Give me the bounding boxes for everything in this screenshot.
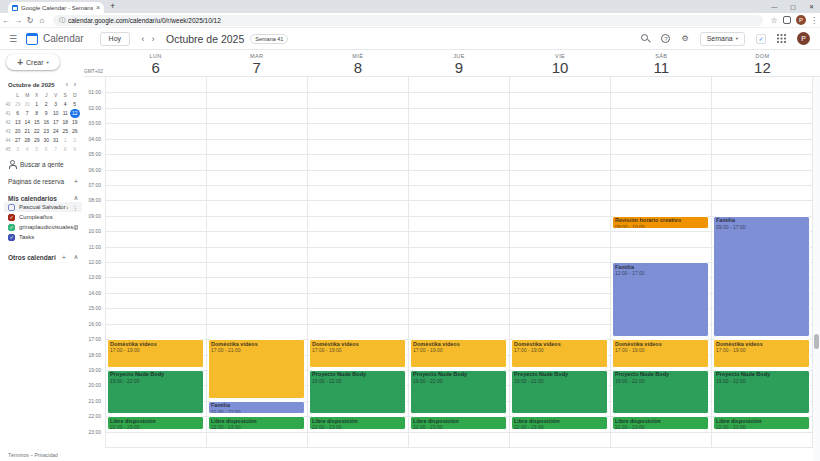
calendar-checkbox[interactable]: ✓	[8, 224, 15, 231]
calendar-checkbox[interactable]: ✓	[8, 214, 15, 221]
mini-day[interactable]: 14	[23, 118, 33, 127]
next-week-icon[interactable]: ›	[148, 34, 158, 44]
mini-day[interactable]: 13	[13, 118, 23, 127]
collapse-other-calendars-icon[interactable]: ∧	[72, 253, 80, 261]
event[interactable]: Libre disposición22:00 - 23:00	[612, 416, 709, 429]
day-column[interactable]: Família09:00 - 17:00Domèstika vídeos17:0…	[711, 77, 812, 447]
mini-day[interactable]: 24	[51, 127, 61, 136]
calendar-tasks-switcher-icon[interactable]: ✓	[756, 34, 766, 44]
extensions-icon[interactable]	[783, 16, 791, 24]
page-info-icon[interactable]: ⓘ	[59, 16, 65, 25]
calendar-list-item[interactable]: Pascual Salvador Alda⋮	[4, 202, 82, 212]
add-booking-page-icon[interactable]: +	[72, 178, 80, 185]
mini-day[interactable]: 3	[13, 145, 23, 154]
day-number[interactable]: 12	[712, 59, 813, 76]
add-other-calendar-icon[interactable]: +	[60, 254, 68, 261]
collapse-my-calendars-icon[interactable]: ∧	[72, 194, 80, 202]
event[interactable]: Libre disposición22:00 - 23:00	[410, 416, 507, 429]
address-bar[interactable]: ⓘ calendar.google.com/calendar/u/0/r/wee…	[53, 15, 763, 26]
event[interactable]: Libre disposición22:00 - 23:00	[309, 416, 406, 429]
mini-day[interactable]: 5	[70, 100, 80, 109]
main-menu-icon[interactable]: ☰	[0, 34, 26, 44]
bookmark-star-icon[interactable]: ☆	[768, 16, 780, 25]
google-apps-grid-icon[interactable]	[777, 34, 786, 43]
home-icon[interactable]: ⌂	[36, 16, 48, 25]
mini-day[interactable]: 17	[51, 118, 61, 127]
mini-day[interactable]: 31	[51, 136, 61, 145]
event[interactable]: Domèstika vídeos17:00 - 19:00	[713, 339, 810, 368]
day-column[interactable]: Domèstika vídeos17:00 - 19:00Proyecto Nu…	[408, 77, 509, 447]
event[interactable]: Domèstika vídeos17:00 - 19:00	[309, 339, 406, 368]
mini-day[interactable]: 28	[23, 136, 33, 145]
mini-day[interactable]: 30	[23, 100, 33, 109]
calendar-checkbox[interactable]: ✓	[8, 234, 15, 241]
mini-day[interactable]: 4	[23, 145, 33, 154]
other-calendars-header[interactable]: Otros calendarios + ∧	[8, 253, 80, 261]
mini-day[interactable]: 10	[51, 109, 61, 118]
forward-icon[interactable]: →	[12, 16, 24, 25]
mini-day[interactable]: 18	[61, 118, 71, 127]
settings-icon[interactable]: ⚙	[681, 34, 688, 43]
reload-icon[interactable]: ↻	[24, 16, 36, 25]
day-number[interactable]: 11	[611, 59, 712, 76]
mini-day[interactable]: 9	[42, 109, 52, 118]
event[interactable]: Revisión horario creativo09:00 - 10:00	[612, 216, 709, 229]
event[interactable]: Família21:00 - 22:00	[208, 401, 305, 414]
back-icon[interactable]: ←	[0, 16, 12, 25]
mini-day[interactable]: 6	[42, 145, 52, 154]
event[interactable]: Domèstika vídeos17:00 - 21:00	[208, 339, 305, 399]
browser-menu-icon[interactable]: ⋮	[808, 16, 820, 25]
event[interactable]: Família12:00 - 17:00	[612, 262, 709, 337]
mini-day[interactable]: 30	[42, 136, 52, 145]
browser-profile-avatar[interactable]: P	[796, 15, 806, 25]
day-number[interactable]: 10	[510, 59, 611, 76]
mini-day[interactable]: 19	[70, 118, 80, 127]
day-header[interactable]: DOM12	[712, 50, 813, 76]
calendar-options-icon[interactable]: ⋮	[72, 204, 78, 211]
day-number[interactable]: 6	[105, 59, 206, 76]
day-column[interactable]: Revisión horario creativo09:00 - 10:00Fa…	[610, 77, 711, 447]
day-header[interactable]: SÁB11	[611, 50, 712, 76]
search-people-row[interactable]: Buscar a gente	[8, 160, 80, 168]
mini-day[interactable]: 29	[32, 136, 42, 145]
mini-day[interactable]: 25	[61, 127, 71, 136]
help-icon[interactable]: ?	[661, 34, 670, 43]
calendar-checkbox[interactable]	[8, 204, 15, 211]
mini-day[interactable]: 8	[32, 109, 42, 118]
day-column[interactable]: Domèstika vídeos17:00 - 21:00Família21:0…	[206, 77, 307, 447]
mini-prev-month-icon[interactable]: ‹	[63, 81, 71, 88]
mini-day[interactable]: 3	[51, 100, 61, 109]
event[interactable]: Domèstika vídeos17:00 - 19:00	[107, 339, 204, 368]
event[interactable]: Proyecto Nude Body19:00 - 22:00	[107, 370, 204, 414]
window-close-button[interactable]: ✕	[809, 3, 814, 10]
mini-day[interactable]: 6	[13, 109, 23, 118]
mini-day[interactable]: 15	[32, 118, 42, 127]
event[interactable]: Proyecto Nude Body19:00 - 22:00	[511, 370, 608, 414]
day-number[interactable]: 8	[307, 59, 408, 76]
event[interactable]: Proyecto Nude Body19:00 - 22:00	[309, 370, 406, 414]
mini-day[interactable]: 12	[70, 109, 80, 118]
booking-pages-row[interactable]: Páginas de reserva +	[8, 178, 80, 185]
mini-day[interactable]: 4	[61, 100, 71, 109]
terms-privacy-link[interactable]: Términos – Privacidad	[8, 452, 58, 458]
window-maximize-button[interactable]: ▢	[790, 3, 796, 10]
mini-day[interactable]: 27	[13, 136, 23, 145]
day-column[interactable]: Domèstika vídeos17:00 - 19:00Proyecto Nu…	[509, 77, 610, 447]
mini-day[interactable]: 16	[42, 118, 52, 127]
mini-day[interactable]: 23	[42, 127, 52, 136]
event[interactable]: Família09:00 - 17:00	[713, 216, 810, 337]
mini-day[interactable]: 9	[70, 145, 80, 154]
day-column[interactable]: Domèstika vídeos17:00 - 19:00Proyecto Nu…	[105, 77, 206, 447]
day-header[interactable]: LUN6	[105, 50, 206, 76]
day-header[interactable]: MAR7	[206, 50, 307, 76]
day-number[interactable]: 9	[408, 59, 509, 76]
mini-day[interactable]: 7	[51, 145, 61, 154]
mini-day[interactable]: 8	[61, 145, 71, 154]
mini-day[interactable]: 2	[42, 100, 52, 109]
window-minimize-button[interactable]: —	[771, 4, 777, 10]
event[interactable]: Proyecto Nude Body19:00 - 22:00	[713, 370, 810, 414]
day-header[interactable]: JUE9	[408, 50, 509, 76]
new-tab-button[interactable]: +	[110, 1, 115, 11]
scrollbar-thumb[interactable]	[814, 334, 819, 349]
prev-week-icon[interactable]: ‹	[138, 34, 148, 44]
